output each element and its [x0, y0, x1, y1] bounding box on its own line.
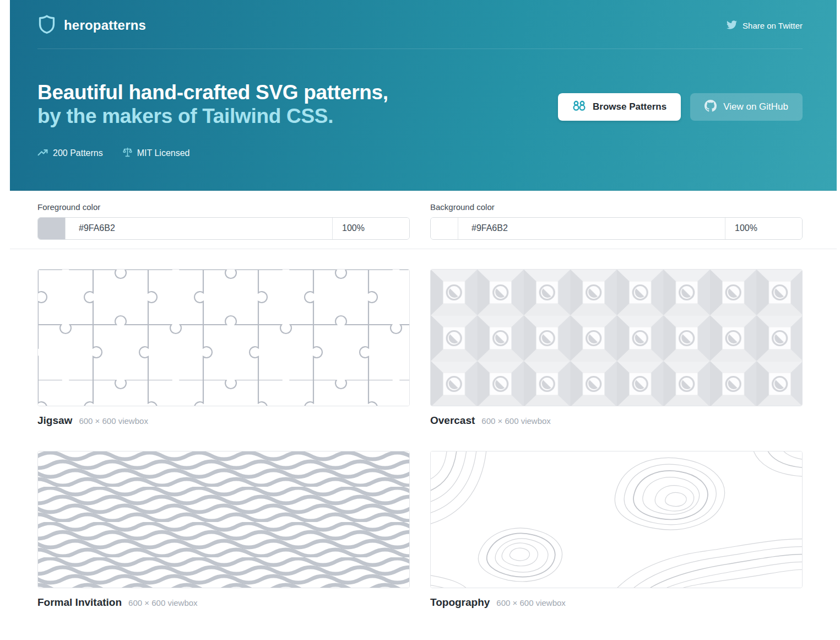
- pattern-card-jigsaw: Jigsaw 600 × 600 viewbox: [37, 269, 410, 427]
- view-github-button[interactable]: View on GitHub: [690, 93, 803, 121]
- view-github-label: View on GitHub: [723, 101, 788, 112]
- pattern-caption: Topography 600 × 600 viewbox: [430, 596, 803, 609]
- foreground-color-label: Foreground color: [37, 202, 410, 212]
- github-icon: [704, 100, 717, 115]
- hero-stats: 200 Patterns MIT Licensed: [37, 147, 388, 159]
- foreground-color-swatch[interactable]: [38, 218, 66, 239]
- jigsaw-pattern-svg: [38, 270, 409, 406]
- stat-label: MIT Licensed: [137, 148, 190, 158]
- heading-line-1: Beautiful hand-crafted SVG patterns,: [37, 81, 388, 105]
- page-title: Beautiful hand-crafted SVG patterns, by …: [37, 81, 388, 128]
- pattern-meta: 600 × 600 viewbox: [79, 416, 148, 426]
- binoculars-icon: [572, 100, 586, 114]
- pattern-caption: Formal Invitation 600 × 600 viewbox: [37, 596, 410, 609]
- background-color-swatch[interactable]: [431, 218, 458, 239]
- background-input-group: [430, 217, 803, 240]
- pattern-name: Topography: [430, 596, 490, 609]
- background-color-label: Background color: [430, 202, 803, 212]
- hero-header: heropatterns Share on Twitter Beautiful …: [10, 0, 837, 191]
- hero-copy: Beautiful hand-crafted SVG patterns, by …: [37, 81, 388, 159]
- page: heropatterns Share on Twitter Beautiful …: [0, 0, 840, 636]
- foreground-input-group: [37, 217, 410, 240]
- topography-pattern-svg: [431, 451, 802, 588]
- shield-icon: [37, 14, 56, 36]
- pattern-meta: 600 × 600 viewbox: [481, 416, 551, 426]
- foreground-hex-input[interactable]: [66, 218, 332, 239]
- trending-up-icon: [37, 147, 48, 159]
- share-label: Share on Twitter: [743, 21, 803, 30]
- stat-license: MIT Licensed: [123, 147, 190, 159]
- background-opacity-input[interactable]: [725, 218, 802, 239]
- browse-patterns-label: Browse Patterns: [593, 101, 666, 112]
- pattern-name: Formal Invitation: [37, 596, 122, 609]
- pattern-caption: Jigsaw 600 × 600 viewbox: [37, 415, 410, 427]
- browse-patterns-button[interactable]: Browse Patterns: [558, 93, 681, 121]
- pattern-name: Overcast: [430, 415, 475, 427]
- controls-section: Foreground color Background color: [10, 191, 837, 249]
- pattern-card-topography: Topography 600 × 600 viewbox: [430, 451, 803, 609]
- hero-actions: Browse Patterns View on GitHub: [558, 93, 803, 121]
- foreground-color-control: Foreground color: [37, 202, 410, 240]
- pattern-card-formal-invitation: Formal Invitation 600 × 600 viewbox: [37, 451, 410, 609]
- pattern-card-overcast: Overcast 600 × 600 viewbox: [430, 269, 803, 427]
- formal-invitation-pattern-svg: [38, 451, 409, 588]
- pattern-meta: 600 × 600 viewbox: [496, 598, 566, 607]
- pattern-caption: Overcast 600 × 600 viewbox: [430, 415, 803, 427]
- overcast-pattern-svg: [431, 270, 802, 406]
- scales-icon: [123, 147, 132, 159]
- formal-invitation-pattern-tile[interactable]: [37, 451, 410, 588]
- jigsaw-pattern-tile[interactable]: [37, 269, 410, 406]
- background-hex-input[interactable]: [458, 218, 725, 239]
- pattern-meta: 600 × 600 viewbox: [128, 598, 198, 607]
- brand-name: heropatterns: [64, 18, 146, 33]
- top-bar: heropatterns Share on Twitter: [37, 0, 803, 49]
- topography-pattern-tile[interactable]: [430, 451, 803, 588]
- hero-main: Beautiful hand-crafted SVG patterns, by …: [37, 81, 803, 159]
- stat-label: 200 Patterns: [53, 148, 103, 158]
- heading-line-2: by the makers of Tailwind CSS.: [37, 105, 388, 128]
- patterns-grid: Jigsaw 600 × 600 viewbox: [37, 249, 803, 636]
- twitter-icon: [727, 20, 737, 31]
- overcast-pattern-tile[interactable]: [430, 269, 803, 406]
- pattern-name: Jigsaw: [37, 415, 72, 427]
- share-twitter-link[interactable]: Share on Twitter: [727, 20, 803, 31]
- background-color-control: Background color: [430, 202, 803, 240]
- brand[interactable]: heropatterns: [37, 14, 146, 36]
- stat-patterns-count: 200 Patterns: [37, 147, 103, 159]
- foreground-opacity-input[interactable]: [332, 218, 409, 239]
